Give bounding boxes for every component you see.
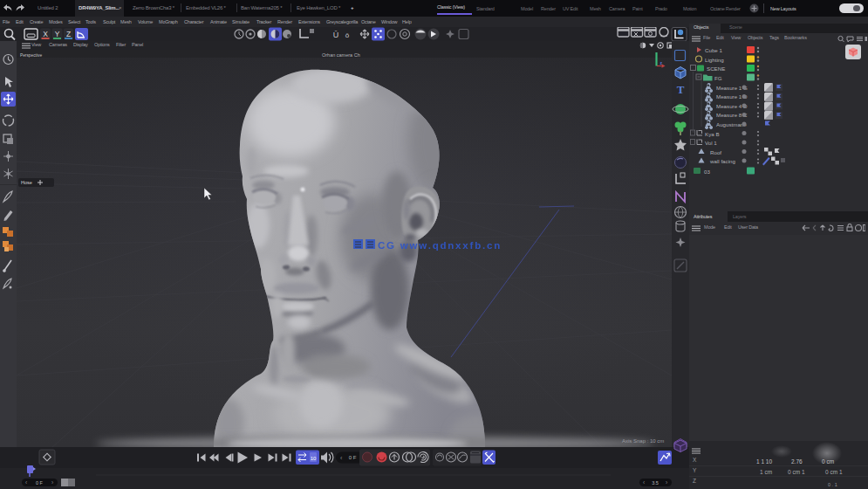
svg-text:0 F: 0 F	[349, 455, 357, 460]
svg-text:Ū: Ū	[333, 31, 339, 39]
svg-text:wall facing: wall facing	[709, 158, 735, 164]
svg-text:Y: Y	[55, 30, 60, 38]
svg-text:CG www.qdnxxfb.cn: CG www.qdnxxfb.cn	[378, 240, 502, 251]
svg-text:03: 03	[704, 169, 710, 175]
svg-text:2.76: 2.76	[791, 458, 803, 465]
svg-text:1 1 10: 1 1 10	[756, 458, 772, 465]
svg-text:Vol 1: Vol 1	[705, 140, 717, 146]
svg-text:Y: Y	[693, 467, 697, 473]
svg-text:‹: ‹	[25, 479, 27, 486]
svg-text:X: X	[43, 30, 48, 38]
svg-text:Roof: Roof	[710, 149, 721, 155]
svg-text:0 cm 1: 0 cm 1	[788, 469, 805, 475]
svg-text:T: T	[677, 83, 685, 96]
svg-text:›: ›	[51, 479, 53, 486]
svg-text:0 . 1: 0 . 1	[828, 482, 837, 487]
svg-text:0 F: 0 F	[36, 480, 44, 486]
svg-text:Cube 1: Cube 1	[705, 47, 723, 53]
svg-text:Z: Z	[66, 30, 71, 38]
svg-text:X: X	[693, 457, 697, 463]
svg-text:Kya B: Kya B	[705, 131, 720, 137]
svg-text:ǒ: ǒ	[345, 31, 350, 39]
svg-text:Axis Snap : 10 cm: Axis Snap : 10 cm	[622, 438, 664, 444]
svg-text:‹: ‹	[643, 479, 645, 486]
svg-text:10: 10	[311, 456, 317, 461]
svg-text:3.5: 3.5	[652, 480, 659, 486]
svg-text:Perspective: Perspective	[20, 53, 42, 58]
svg-text:Lighting: Lighting	[705, 57, 724, 63]
svg-text:0 cm 1: 0 cm 1	[825, 469, 843, 475]
svg-text:SCENE: SCENE	[707, 65, 725, 72]
svg-text:FG: FG	[714, 75, 722, 81]
svg-text:0 cm: 0 cm	[822, 458, 834, 465]
svg-text:Orhan camera Ch: Orhan camera Ch	[322, 52, 360, 58]
svg-text:Hose: Hose	[21, 180, 32, 185]
svg-text:Z: Z	[693, 478, 696, 484]
svg-text:1 cm: 1 cm	[760, 469, 772, 475]
svg-text:›: ›	[666, 479, 667, 486]
